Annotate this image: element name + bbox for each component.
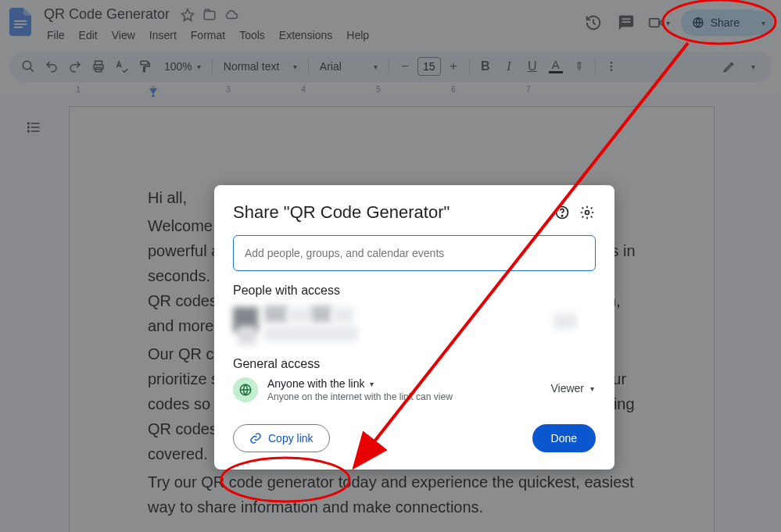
people-with-access-label: People with access [233, 284, 596, 298]
role-select[interactable]: Viewer ▾ [549, 377, 596, 399]
people-access-list [233, 304, 596, 349]
share-dialog: Share "QR Code Generator" People with ac… [214, 185, 614, 470]
add-people-input[interactable] [233, 235, 596, 271]
copy-link-label: Copy link [268, 432, 313, 445]
svg-point-21 [561, 216, 562, 216]
general-access-label: General access [233, 357, 596, 371]
svg-point-22 [586, 211, 589, 215]
gear-icon[interactable] [579, 204, 596, 221]
access-scope-select[interactable]: Anyone with the link ▾ [267, 377, 539, 390]
globe-icon [233, 377, 258, 402]
dialog-title: Share "QR Code Generator" [233, 202, 546, 223]
help-icon[interactable] [554, 204, 571, 221]
copy-link-button[interactable]: Copy link [233, 424, 330, 452]
access-scope-description: Anyone on the internet with the link can… [267, 391, 539, 402]
done-button[interactable]: Done [532, 424, 596, 452]
